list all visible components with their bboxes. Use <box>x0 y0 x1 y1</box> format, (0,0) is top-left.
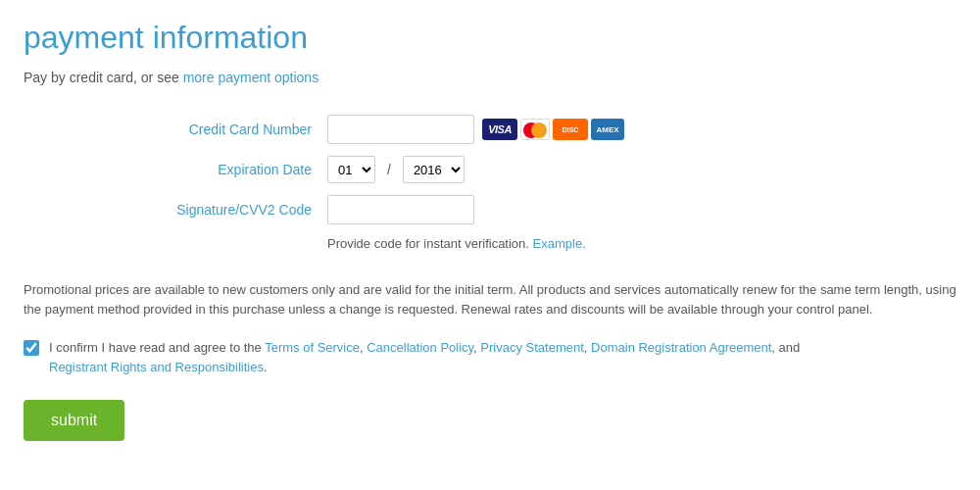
payment-form: Credit Card Number VISA DISC AMEX Expira… <box>24 115 956 251</box>
domain-registration-link[interactable]: Domain Registration Agreement <box>591 340 771 355</box>
expiration-control: 01020304 05060708 09101112 / 20162017201… <box>327 156 465 183</box>
cvv-control <box>327 195 474 224</box>
credit-card-label: Credit Card Number <box>24 122 327 137</box>
cvv-example-link[interactable]: Example. <box>533 236 586 251</box>
expiration-month-select[interactable]: 01020304 05060708 09101112 <box>327 156 375 183</box>
discover-icon: DISC <box>553 119 588 140</box>
agreement-text: I confirm I have read and agree to the T… <box>49 338 800 376</box>
credit-card-control: VISA DISC AMEX <box>327 115 624 144</box>
credit-card-row: Credit Card Number VISA DISC AMEX <box>24 115 956 144</box>
agreement-row: I confirm I have read and agree to the T… <box>24 338 956 376</box>
card-icons: VISA DISC AMEX <box>482 119 624 140</box>
subtitle-text: Pay by credit card, or see <box>24 70 183 85</box>
registrant-rights-link[interactable]: Registrant Rights and Responsibilities <box>49 360 264 374</box>
expiration-label: Expiration Date <box>24 162 327 177</box>
page-title: payment information <box>24 20 956 56</box>
mastercard-icon <box>520 119 550 140</box>
more-payment-options-link[interactable]: more payment options <box>183 70 319 85</box>
terms-of-service-link[interactable]: Terms of Service <box>265 340 360 355</box>
expiry-separator: / <box>387 162 391 177</box>
expiration-row: Expiration Date 01020304 05060708 091011… <box>24 156 956 183</box>
credit-card-input[interactable] <box>327 115 474 144</box>
privacy-statement-link[interactable]: Privacy Statement <box>480 340 584 355</box>
cvv-hint-text: Provide code for instant verification. <box>327 236 529 251</box>
promo-text: Promotional prices are available to new … <box>24 280 956 318</box>
cvv-input[interactable] <box>327 195 474 224</box>
subtitle: Pay by credit card, or see more payment … <box>24 70 956 85</box>
cvv-label: Signature/CVV2 Code <box>24 202 327 218</box>
visa-icon: VISA <box>482 119 517 140</box>
cancellation-policy-link[interactable]: Cancellation Policy <box>367 340 473 355</box>
submit-button[interactable]: submit <box>24 400 124 441</box>
amex-icon: AMEX <box>591 119 624 140</box>
cvv-hint: Provide code for instant verification. E… <box>24 236 956 251</box>
agreement-prefix: I confirm I have read and agree to the <box>49 340 265 355</box>
agreement-checkbox[interactable] <box>24 340 39 356</box>
expiration-year-select[interactable]: 2016201720182019 2020202120222023 202420… <box>403 156 465 183</box>
cvv-row: Signature/CVV2 Code <box>24 195 956 224</box>
